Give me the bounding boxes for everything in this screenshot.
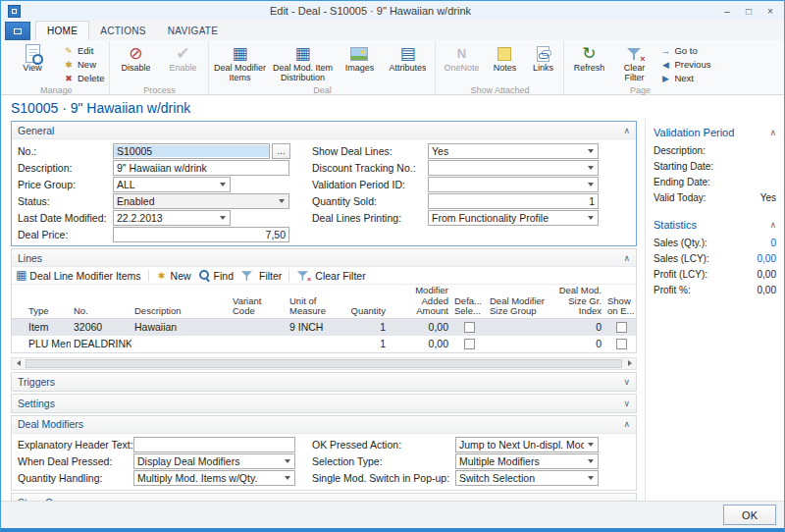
horizontal-scrollbar[interactable] (11, 357, 637, 370)
price-group-select[interactable]: ALL (113, 177, 231, 192)
table-row[interactable]: Item 32060 Hawaiian 9 INCH 1 0,00 0 (12, 319, 636, 336)
field-ok-pressed-action: OK Pressed Action: Jump to Next Un-displ… (312, 437, 599, 453)
checkbox-unchecked[interactable] (616, 322, 627, 333)
lines-clear-filter-button[interactable]: ×Clear Filter (296, 268, 365, 284)
disable-button[interactable]: ⊘ Disable (113, 42, 158, 84)
single-mod-switch-select[interactable]: Switch Selection (455, 470, 599, 486)
tab-actions[interactable]: ACTIONS (89, 21, 157, 40)
delete-button[interactable]: ✖Delete (61, 72, 106, 84)
ok-button[interactable]: OK (723, 505, 776, 525)
dropdown-icon[interactable] (584, 144, 598, 158)
refresh-button[interactable]: ↻ Refresh (567, 42, 610, 84)
default-selection-cell (451, 339, 487, 349)
close-icon[interactable]: × (759, 3, 781, 19)
fasttab-lines-header[interactable]: Lines ∧ (12, 249, 636, 267)
maximize-icon[interactable]: □ (738, 3, 759, 19)
minimize-icon[interactable]: – (716, 3, 738, 19)
app-menu-icon (14, 28, 22, 34)
links-button[interactable]: Links (525, 42, 560, 84)
discount-tracking-no-select[interactable] (428, 160, 599, 176)
explanatory-header-text-input[interactable] (133, 437, 295, 452)
dropdown-icon[interactable] (584, 211, 598, 225)
no-lookup-button[interactable]: … (272, 143, 290, 159)
tab-home[interactable]: HOME (35, 21, 89, 40)
dropdown-icon[interactable] (281, 471, 294, 485)
notes-button[interactable]: Notes (486, 42, 523, 84)
fasttab-settings-header[interactable]: Settings ∨ (12, 395, 636, 412)
fasttab-triggers-header[interactable]: Triggers ∨ (12, 373, 636, 391)
quantity-sold-input[interactable]: 1 (428, 193, 599, 209)
deal-mod-item-distribution-button[interactable]: ▦ Deal Mod. Item Distribution (269, 42, 336, 84)
no-input[interactable]: S10005 (113, 143, 270, 159)
fasttab-deal-modifiers-header[interactable]: Deal Modifiers ∧ (12, 416, 636, 434)
application-menu-button[interactable] (5, 22, 30, 40)
deal-price-input[interactable]: 7,50 (113, 227, 289, 242)
checkbox-unchecked[interactable] (464, 339, 475, 349)
selection-type-select[interactable]: Multiple Modifiers (455, 453, 599, 469)
images-button[interactable]: Images (338, 42, 381, 84)
chevron-down-icon: ∨ (623, 399, 630, 408)
onenote-button[interactable]: N OneNote (439, 42, 484, 84)
table-row[interactable]: PLU Menu DEALDRINKS 1 0,00 0 (12, 336, 636, 352)
scroll-left-icon[interactable] (12, 358, 25, 369)
last-date-modified-input[interactable]: 22.2.2013 (113, 210, 231, 226)
dropdown-icon[interactable] (584, 161, 598, 175)
deal-lines-printing-select[interactable]: From Functionality Profile (428, 210, 599, 226)
factbox-validation-period-header[interactable]: Validation Period ∧ (654, 123, 776, 142)
find-icon (198, 269, 211, 282)
enable-icon: ✔ (176, 43, 189, 64)
footer: OK (1, 501, 784, 528)
quantity-handling-select[interactable]: Multiply Mod. Items w/Qty. (133, 470, 295, 486)
goto-button[interactable]: →Go to (657, 44, 712, 57)
dropdown-icon[interactable] (275, 194, 288, 208)
dropdown-icon[interactable] (584, 471, 598, 485)
dropdown-icon[interactable] (584, 438, 598, 452)
view-button[interactable]: View (6, 42, 59, 84)
attributes-button[interactable]: ▤ Attributes (383, 42, 432, 84)
show-deal-lines-select[interactable]: Yes (428, 143, 599, 159)
disable-icon: ⊘ (129, 43, 142, 64)
checkbox-unchecked[interactable] (616, 339, 627, 349)
filter-icon (240, 269, 253, 282)
lines-find-button[interactable]: Find (198, 269, 234, 282)
edit-button[interactable]: ✎Edit (61, 44, 106, 57)
fasttab-general-header[interactable]: General ∧ (12, 122, 636, 139)
status-select[interactable]: Enabled (113, 193, 289, 209)
field-selection-type: Selection Type: Multiple Modifiers (312, 453, 599, 470)
validation-period-id-select[interactable] (428, 177, 599, 192)
deal-modifier-items-button[interactable]: ▦ Deal Modifier Items (212, 42, 267, 84)
deal-line-modifier-items-button[interactable]: ▦Deal Line Modifier Items (16, 267, 141, 284)
tab-navigate[interactable]: NAVIGATE (157, 21, 229, 40)
fasttab-store-groups-header[interactable]: Store Groups ∨ (12, 494, 636, 502)
lines-filter-button[interactable]: Filter (240, 268, 282, 284)
dropdown-icon[interactable] (281, 454, 294, 468)
previous-button[interactable]: ◀Previous (657, 58, 712, 71)
clear-filter-button[interactable]: × Clear Filter (612, 42, 655, 84)
description-input[interactable]: 9" Hawaiian w/drink (113, 160, 289, 176)
dropdown-icon[interactable] (216, 211, 230, 225)
factbox-field: Valid Today: Yes (654, 189, 776, 205)
scrollbar-thumb[interactable] (26, 359, 622, 368)
chevron-up-icon: ∧ (623, 253, 630, 263)
dropdown-icon[interactable] (584, 454, 598, 468)
previous-icon: ◀ (659, 59, 671, 71)
show-on-cell (604, 339, 638, 349)
field-when-deal-pressed: When Deal Pressed: Display Deal Modifier… (18, 453, 312, 470)
dropdown-icon[interactable] (584, 178, 598, 191)
lines-new-button[interactable]: ✱New (156, 270, 191, 282)
next-button[interactable]: ▶Next (657, 72, 712, 84)
when-deal-pressed-select[interactable]: Display Deal Modifiers (133, 453, 295, 469)
new-button[interactable]: ✱New (61, 58, 106, 71)
clear-filter-icon: × (296, 269, 309, 282)
factbox-field: Sales (LCY): 0,00 (654, 250, 776, 266)
fasttab-lines: Lines ∧ ▦Deal Line Modifier Items ✱New F… (11, 248, 637, 353)
factbox-field: Profit (LCY): 0,00 (654, 266, 776, 282)
factbox-statistics-header[interactable]: Statistics ∧ (654, 215, 776, 235)
checkbox-unchecked[interactable] (464, 322, 475, 333)
enable-button[interactable]: ✔ Enable (160, 42, 205, 84)
factbox-field: Description: (654, 142, 776, 158)
window-title: Edit - Deal - S10005 · 9" Hawaiian w/dri… (25, 5, 716, 17)
dropdown-icon[interactable] (216, 178, 230, 191)
scroll-right-icon[interactable] (623, 358, 636, 369)
ok-pressed-action-select[interactable]: Jump to Next Un-displ. Modifier (455, 437, 599, 452)
